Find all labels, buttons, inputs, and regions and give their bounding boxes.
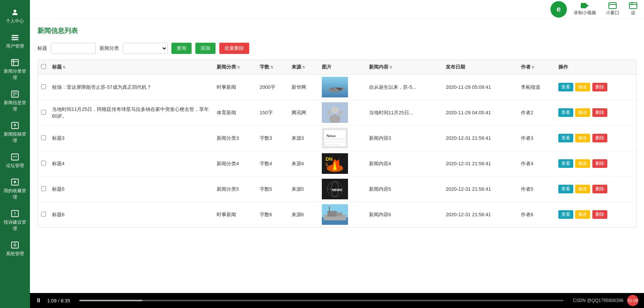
svg-rect-1 — [12, 35, 18, 36]
row-content: 新闻内容4 — [366, 151, 443, 176]
svg-rect-40 — [324, 130, 346, 147]
table-row: 标题4 新闻分类4 字数4 来源4 DN$ 新闻内容4 2020-12-31 2… — [38, 151, 636, 176]
settings-btn[interactable]: 设 — [626, 1, 640, 18]
svg-point-15 — [16, 156, 17, 157]
sidebar-item-system[interactable]: 系统管理 — [0, 236, 30, 262]
row-source: 腾讯网 — [289, 100, 319, 126]
add-button[interactable]: 添加 — [195, 43, 216, 54]
row-checkbox[interactable] — [41, 212, 46, 217]
sidebar: 个人中心 用户管理 新闻分类管理 新闻信息管理 新闻投稿管理 论坛管理 我的 — [0, 0, 30, 308]
svg-point-37 — [327, 111, 332, 115]
edit-button[interactable]: 修改 — [575, 159, 590, 168]
batch-delete-button[interactable]: 批量删除 — [219, 43, 249, 54]
category-filter-select[interactable]: 时事新闻 体育新闻 — [123, 43, 168, 54]
delete-button[interactable]: 删除 — [592, 134, 607, 142]
sidebar-item-news-category[interactable]: 新闻分类管理 — [0, 54, 30, 85]
row-author: 作者4 — [518, 151, 555, 176]
edit-button[interactable]: 修改 — [575, 210, 590, 219]
edit-button[interactable]: 修改 — [575, 83, 590, 91]
row-checkbox[interactable] — [41, 135, 46, 140]
row-checkbox-cell — [38, 176, 49, 202]
title-filter-input[interactable] — [51, 43, 96, 54]
col-image: 图片 — [319, 60, 366, 75]
row-image: DN$ — [319, 151, 366, 176]
sidebar-item-users[interactable]: 用户管理 — [0, 29, 30, 54]
row-title: 标题6 — [49, 202, 214, 227]
row-category: 时事新闻 — [214, 202, 256, 227]
edit-button[interactable]: 修改 — [575, 185, 590, 193]
play-pause-btn[interactable]: ⏸ — [36, 297, 42, 304]
view-button[interactable]: 查看 — [558, 159, 573, 168]
main-panel: e 录制小视频 小窗口 设 新闻信息列表 标题 新闻分类 时事新闻 体育新闻 查… — [30, 0, 644, 308]
row-words: 字数6 — [257, 202, 289, 227]
row-actions: 查看 修改 删除 — [555, 151, 636, 176]
row-actions: 查看 修改 删除 — [555, 176, 636, 202]
col-author: 作者⇅ — [518, 60, 555, 75]
row-checkbox-cell — [38, 202, 49, 227]
row-date: 2020-12-31 21:56:41 — [443, 126, 518, 151]
sidebar-item-favorite[interactable]: 我的收藏管理 — [0, 173, 30, 205]
forum-icon — [10, 153, 20, 161]
row-actions: 查看 修改 删除 — [555, 75, 636, 100]
small-window-btn[interactable]: 小窗口 — [603, 1, 622, 18]
news-submit-icon — [10, 121, 20, 130]
row-checkbox[interactable] — [41, 84, 46, 89]
view-button[interactable]: 查看 — [558, 134, 573, 142]
users-icon — [10, 33, 20, 42]
select-all-checkbox[interactable] — [41, 64, 46, 69]
sidebar-item-complaint[interactable]: 投诉建议管理 — [0, 205, 30, 236]
svg-rect-2 — [12, 37, 18, 38]
progress-bar-fill — [79, 300, 142, 301]
view-button[interactable]: 查看 — [558, 210, 573, 219]
svg-point-14 — [15, 156, 16, 157]
svg-rect-59 — [337, 212, 342, 216]
sidebar-item-news-info[interactable]: 新闻信息管理 — [0, 85, 30, 117]
row-checkbox-cell — [38, 75, 49, 100]
sidebar-label-users: 用户管理 — [6, 43, 24, 49]
sidebar-label-personal: 个人中心 — [6, 18, 24, 24]
sidebar-label-forum: 论坛管理 — [6, 163, 24, 169]
page-title: 新闻信息列表 — [37, 26, 637, 35]
record-video-btn[interactable]: 录制小视频 — [571, 1, 599, 18]
row-checkbox[interactable] — [41, 110, 46, 115]
row-checkbox[interactable] — [41, 186, 46, 191]
svg-text:News: News — [326, 133, 336, 138]
small-window-label: 小窗口 — [606, 10, 619, 16]
news-table: 标题⇅ 新闻分类⇅ 字数⇅ 来源⇅ 图片 新闻内容⇅ 发布日期 作者⇅ 操作 — [37, 60, 637, 227]
watermark: CSDN @QQ1795806396 — [573, 298, 623, 303]
row-source: 来源3 — [289, 126, 319, 151]
sidebar-item-forum[interactable]: 论坛管理 — [0, 148, 30, 173]
edit-button[interactable]: 修改 — [575, 108, 590, 117]
col-words: 字数⇅ — [257, 60, 289, 75]
row-title: 标题4 — [49, 151, 214, 176]
svg-point-0 — [13, 10, 16, 12]
record-video-label: 录制小视频 — [574, 10, 596, 16]
view-button[interactable]: 查看 — [558, 83, 573, 91]
view-button[interactable]: 查看 — [558, 108, 573, 117]
row-author: 作者3 — [518, 126, 555, 151]
delete-button[interactable]: 删除 — [592, 185, 607, 193]
delete-button[interactable]: 删除 — [592, 83, 607, 91]
progress-bar[interactable] — [79, 300, 564, 301]
row-checkbox-cell — [38, 126, 49, 151]
delete-button[interactable]: 删除 — [592, 210, 607, 219]
row-date: 2020-12-31 21:56:41 — [443, 176, 518, 202]
view-button[interactable]: 查看 — [558, 185, 573, 193]
row-source: 来源6 — [289, 202, 319, 227]
row-content: 新闻内容3 — [366, 126, 443, 151]
col-title: 标题⇅ — [49, 60, 214, 75]
delete-button[interactable]: 删除 — [592, 108, 607, 117]
row-checkbox[interactable] — [41, 161, 46, 166]
edit-button[interactable]: 修改 — [575, 134, 590, 142]
svg-point-19 — [15, 215, 15, 215]
sidebar-item-personal[interactable]: 个人中心 — [0, 4, 30, 29]
table-row: 当地时间11月25日，阿根廷传奇球星马拉多纳在家中突发心梗去世，享年60岁。 体… — [38, 100, 636, 126]
row-actions: 查看 修改 删除 — [555, 126, 636, 151]
news-category-icon — [10, 58, 20, 67]
row-author: 作者5 — [518, 176, 555, 202]
query-button[interactable]: 查询 — [171, 43, 192, 54]
svg-rect-27 — [629, 3, 637, 9]
delete-button[interactable]: 删除 — [592, 159, 607, 168]
sidebar-item-news-submit[interactable]: 新闻投稿管理 — [0, 117, 30, 148]
row-words: 字数5 — [257, 176, 289, 202]
